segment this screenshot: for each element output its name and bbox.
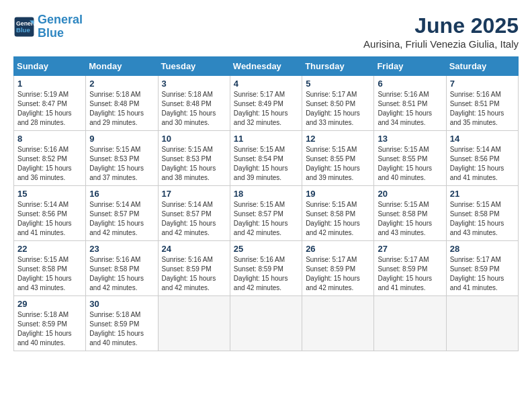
table-row: 12Sunrise: 5:15 AM Sunset: 8:55 PM Dayli… bbox=[302, 131, 374, 186]
day-info: Sunrise: 5:16 AM Sunset: 8:59 PM Dayligh… bbox=[234, 255, 298, 293]
day-number: 23 bbox=[89, 244, 154, 254]
day-number: 7 bbox=[450, 79, 515, 89]
day-info: Sunrise: 5:15 AM Sunset: 8:53 PM Dayligh… bbox=[162, 145, 226, 183]
header-sunday: Sunday bbox=[14, 57, 86, 76]
day-info: Sunrise: 5:18 AM Sunset: 8:48 PM Dayligh… bbox=[89, 90, 154, 128]
day-info: Sunrise: 5:15 AM Sunset: 8:55 PM Dayligh… bbox=[378, 145, 442, 183]
table-row: 17Sunrise: 5:14 AM Sunset: 8:57 PM Dayli… bbox=[158, 186, 230, 241]
calendar-table: Sunday Monday Tuesday Wednesday Thursday… bbox=[13, 56, 519, 351]
day-number: 4 bbox=[234, 79, 298, 89]
day-number: 3 bbox=[162, 79, 226, 89]
logo-general: General bbox=[38, 13, 83, 26]
day-number: 17 bbox=[162, 189, 226, 199]
day-number: 10 bbox=[162, 134, 226, 144]
day-number: 16 bbox=[89, 189, 154, 199]
day-number: 2 bbox=[89, 79, 154, 89]
table-row: 24Sunrise: 5:16 AM Sunset: 8:59 PM Dayli… bbox=[158, 241, 230, 296]
day-number: 24 bbox=[162, 244, 226, 254]
table-row: 10Sunrise: 5:15 AM Sunset: 8:53 PM Dayli… bbox=[158, 131, 230, 186]
day-info: Sunrise: 5:14 AM Sunset: 8:56 PM Dayligh… bbox=[17, 200, 82, 238]
day-info: Sunrise: 5:17 AM Sunset: 8:49 PM Dayligh… bbox=[234, 90, 298, 128]
table-row: 13Sunrise: 5:15 AM Sunset: 8:55 PM Dayli… bbox=[374, 131, 446, 186]
empty-cell bbox=[446, 296, 518, 351]
day-info: Sunrise: 5:18 AM Sunset: 8:48 PM Dayligh… bbox=[162, 90, 226, 128]
logo-icon: General Blue bbox=[13, 16, 35, 38]
day-info: Sunrise: 5:16 AM Sunset: 8:52 PM Dayligh… bbox=[17, 145, 82, 183]
day-number: 20 bbox=[378, 189, 442, 199]
day-info: Sunrise: 5:15 AM Sunset: 8:58 PM Dayligh… bbox=[378, 200, 442, 238]
svg-text:Blue: Blue bbox=[16, 26, 30, 34]
empty-cell bbox=[158, 296, 230, 351]
day-info: Sunrise: 5:17 AM Sunset: 8:59 PM Dayligh… bbox=[306, 255, 370, 293]
day-info: Sunrise: 5:16 AM Sunset: 8:51 PM Dayligh… bbox=[450, 90, 515, 128]
location-subtitle: Aurisina, Friuli Venezia Giulia, Italy bbox=[363, 38, 519, 50]
empty-cell bbox=[302, 296, 374, 351]
table-row: 20Sunrise: 5:15 AM Sunset: 8:58 PM Dayli… bbox=[374, 186, 446, 241]
table-row: 4Sunrise: 5:17 AM Sunset: 8:49 PM Daylig… bbox=[230, 76, 302, 131]
table-row: 29Sunrise: 5:18 AM Sunset: 8:59 PM Dayli… bbox=[14, 296, 86, 351]
table-row: 30Sunrise: 5:18 AM Sunset: 8:59 PM Dayli… bbox=[86, 296, 158, 351]
table-row: 2Sunrise: 5:18 AM Sunset: 8:48 PM Daylig… bbox=[86, 76, 158, 131]
day-info: Sunrise: 5:14 AM Sunset: 8:56 PM Dayligh… bbox=[450, 145, 515, 183]
day-number: 27 bbox=[378, 244, 442, 254]
month-title: June 2025 bbox=[363, 13, 519, 38]
day-info: Sunrise: 5:15 AM Sunset: 8:58 PM Dayligh… bbox=[450, 200, 515, 238]
day-info: Sunrise: 5:15 AM Sunset: 8:58 PM Dayligh… bbox=[17, 255, 82, 293]
calendar-row: 22Sunrise: 5:15 AM Sunset: 8:58 PM Dayli… bbox=[14, 241, 519, 296]
day-number: 6 bbox=[378, 79, 442, 89]
calendar-row: 1Sunrise: 5:19 AM Sunset: 8:47 PM Daylig… bbox=[14, 76, 519, 131]
table-row: 9Sunrise: 5:15 AM Sunset: 8:53 PM Daylig… bbox=[86, 131, 158, 186]
day-info: Sunrise: 5:16 AM Sunset: 8:58 PM Dayligh… bbox=[89, 255, 154, 293]
table-row: 18Sunrise: 5:15 AM Sunset: 8:57 PM Dayli… bbox=[230, 186, 302, 241]
day-info: Sunrise: 5:17 AM Sunset: 8:50 PM Dayligh… bbox=[306, 90, 370, 128]
day-number: 28 bbox=[450, 244, 515, 254]
header-tuesday: Tuesday bbox=[158, 57, 230, 76]
day-number: 13 bbox=[378, 134, 442, 144]
table-row: 16Sunrise: 5:14 AM Sunset: 8:57 PM Dayli… bbox=[86, 186, 158, 241]
day-info: Sunrise: 5:19 AM Sunset: 8:47 PM Dayligh… bbox=[17, 90, 82, 128]
table-row: 5Sunrise: 5:17 AM Sunset: 8:50 PM Daylig… bbox=[302, 76, 374, 131]
day-info: Sunrise: 5:14 AM Sunset: 8:57 PM Dayligh… bbox=[162, 200, 226, 238]
day-info: Sunrise: 5:18 AM Sunset: 8:59 PM Dayligh… bbox=[89, 310, 154, 348]
day-number: 12 bbox=[306, 134, 370, 144]
day-info: Sunrise: 5:16 AM Sunset: 8:51 PM Dayligh… bbox=[378, 90, 442, 128]
table-row: 21Sunrise: 5:15 AM Sunset: 8:58 PM Dayli… bbox=[446, 186, 518, 241]
calendar-row: 15Sunrise: 5:14 AM Sunset: 8:56 PM Dayli… bbox=[14, 186, 519, 241]
day-info: Sunrise: 5:15 AM Sunset: 8:57 PM Dayligh… bbox=[234, 200, 298, 238]
day-info: Sunrise: 5:15 AM Sunset: 8:54 PM Dayligh… bbox=[234, 145, 298, 183]
title-area: June 2025 Aurisina, Friuli Venezia Giuli… bbox=[363, 13, 519, 50]
header-wednesday: Wednesday bbox=[230, 57, 302, 76]
header-friday: Friday bbox=[374, 57, 446, 76]
day-info: Sunrise: 5:16 AM Sunset: 8:59 PM Dayligh… bbox=[162, 255, 226, 293]
day-info: Sunrise: 5:14 AM Sunset: 8:57 PM Dayligh… bbox=[89, 200, 154, 238]
weekday-header-row: Sunday Monday Tuesday Wednesday Thursday… bbox=[14, 57, 519, 76]
logo-text: General Blue bbox=[38, 13, 83, 40]
day-number: 22 bbox=[17, 244, 82, 254]
day-info: Sunrise: 5:15 AM Sunset: 8:55 PM Dayligh… bbox=[306, 145, 370, 183]
day-number: 25 bbox=[234, 244, 298, 254]
table-row: 15Sunrise: 5:14 AM Sunset: 8:56 PM Dayli… bbox=[14, 186, 86, 241]
table-row: 6Sunrise: 5:16 AM Sunset: 8:51 PM Daylig… bbox=[374, 76, 446, 131]
table-row: 28Sunrise: 5:17 AM Sunset: 8:59 PM Dayli… bbox=[446, 241, 518, 296]
day-info: Sunrise: 5:17 AM Sunset: 8:59 PM Dayligh… bbox=[450, 255, 515, 293]
day-number: 15 bbox=[17, 189, 82, 199]
table-row: 8Sunrise: 5:16 AM Sunset: 8:52 PM Daylig… bbox=[14, 131, 86, 186]
day-info: Sunrise: 5:17 AM Sunset: 8:59 PM Dayligh… bbox=[378, 255, 442, 293]
day-number: 14 bbox=[450, 134, 515, 144]
logo: General Blue General Blue bbox=[13, 13, 83, 40]
table-row: 25Sunrise: 5:16 AM Sunset: 8:59 PM Dayli… bbox=[230, 241, 302, 296]
day-number: 8 bbox=[17, 134, 82, 144]
table-row: 7Sunrise: 5:16 AM Sunset: 8:51 PM Daylig… bbox=[446, 76, 518, 131]
logo-blue: Blue bbox=[38, 26, 64, 40]
table-row: 11Sunrise: 5:15 AM Sunset: 8:54 PM Dayli… bbox=[230, 131, 302, 186]
day-number: 5 bbox=[306, 79, 370, 89]
empty-cell bbox=[374, 296, 446, 351]
day-number: 18 bbox=[234, 189, 298, 199]
table-row: 27Sunrise: 5:17 AM Sunset: 8:59 PM Dayli… bbox=[374, 241, 446, 296]
day-number: 19 bbox=[306, 189, 370, 199]
calendar-row: 29Sunrise: 5:18 AM Sunset: 8:59 PM Dayli… bbox=[14, 296, 519, 351]
page-header: General Blue General Blue June 2025 Auri… bbox=[13, 13, 519, 50]
day-number: 26 bbox=[306, 244, 370, 254]
table-row: 19Sunrise: 5:15 AM Sunset: 8:58 PM Dayli… bbox=[302, 186, 374, 241]
table-row: 22Sunrise: 5:15 AM Sunset: 8:58 PM Dayli… bbox=[14, 241, 86, 296]
